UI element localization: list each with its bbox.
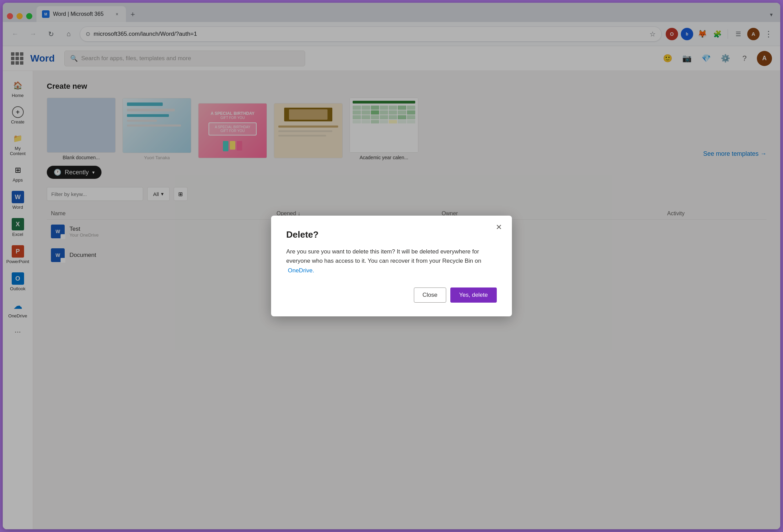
yes-delete-btn[interactable]: Yes, delete <box>450 287 497 303</box>
onedrive-link[interactable]: OneDrive. <box>288 267 314 274</box>
dialog-body: Are you sure you want to delete this ite… <box>286 247 497 275</box>
dialog-close-x-btn[interactable]: ✕ <box>493 221 505 234</box>
dialog-title: Delete? <box>286 229 497 240</box>
dialog-body-text: Are you sure you want to delete this ite… <box>286 248 481 264</box>
close-dialog-btn[interactable]: Close <box>414 287 446 303</box>
delete-dialog: ✕ Delete? Are you sure you want to delet… <box>271 216 512 316</box>
dialog-actions: Close Yes, delete <box>286 287 497 303</box>
dialog-overlay: ✕ Delete? Are you sure you want to delet… <box>0 0 783 532</box>
